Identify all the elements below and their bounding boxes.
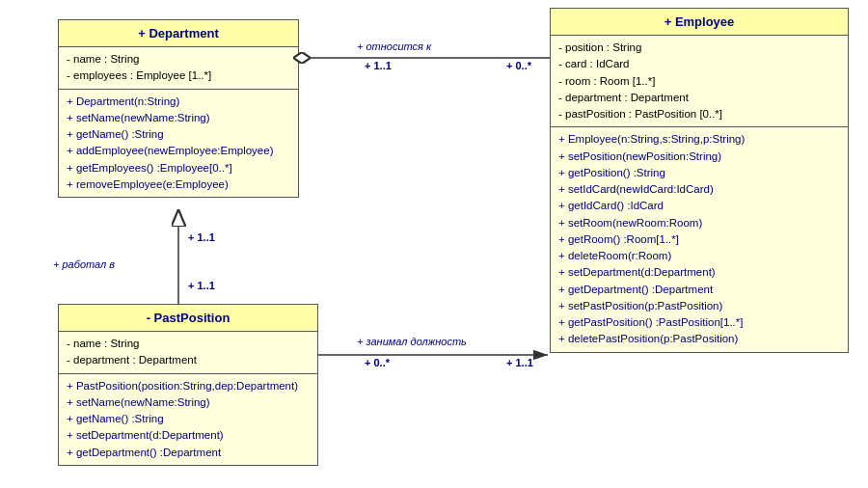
dept-past-label: + работал в [53, 258, 115, 270]
diagram-container: + Department - name : String - employees… [0, 0, 868, 488]
emp-method-10: + getDepartment() :Department [558, 282, 840, 298]
dept-method-2: + setName(newName:String) [67, 110, 290, 126]
emp-method-11: + setPastPosition(p:PastPosition) [558, 298, 840, 314]
past-attr-1: - name : String [67, 336, 310, 352]
emp-method-8: + deleteRoom(r:Room) [558, 248, 840, 264]
emp-attr-4: - department : Department [558, 90, 840, 106]
dept-method-6: + removeEmployee(e:Employee) [67, 176, 290, 193]
past-method-3: + getName() :String [67, 411, 310, 427]
past-emp-label: + занимал должность [357, 336, 467, 347]
dept-past-mult1: + 1..1 [188, 231, 215, 243]
dept-attr-1: - name : String [67, 51, 290, 68]
dept-method-5: + getEmployees() :Employee[0..*] [67, 160, 290, 176]
pastposition-class: - PastPosition - name : String - departm… [58, 304, 318, 466]
dept-emp-label: + относится к [357, 41, 431, 52]
dept-emp-mult1: + 1..1 [365, 60, 392, 71]
past-emp-mult2: + 1..1 [506, 357, 533, 368]
employee-methods: + Employee(n:String,s:String,p:String) +… [551, 127, 848, 351]
dept-past-mult2: + 1..1 [188, 280, 215, 291]
dept-attr-2: - employees : Employee [1..*] [67, 68, 290, 84]
emp-method-2: + setPosition(newPosition:String) [558, 149, 840, 165]
employee-title: + Employee [551, 9, 848, 36]
emp-method-7: + getRoom() :Room[1..*] [558, 231, 840, 248]
dept-method-4: + addEmployee(newEmployee:Employee) [67, 143, 290, 159]
emp-method-13: + deletePastPosition(p:PastPosition) [558, 331, 840, 347]
emp-method-9: + setDepartment(d:Department) [558, 264, 840, 281]
pastposition-methods: + PastPosition(position:String,dep:Depar… [59, 374, 317, 465]
emp-method-6: + setRoom(newRoom:Room) [558, 215, 840, 231]
department-attrs: - name : String - employees : Employee [… [59, 47, 298, 90]
emp-attr-1: - position : String [558, 40, 840, 56]
past-emp-mult1: + 0..* [365, 357, 390, 368]
employee-class: + Employee - position : String - card : … [550, 8, 849, 353]
past-method-1: + PastPosition(position:String,dep:Depar… [67, 378, 310, 394]
past-attr-2: - department : Department [67, 352, 310, 368]
emp-method-5: + getIdCard() :IdCard [558, 198, 840, 214]
pastposition-title: - PastPosition [59, 305, 317, 332]
past-method-4: + setDepartment(d:Department) [67, 427, 310, 444]
department-title: + Department [59, 20, 298, 47]
department-methods: + Department(n:String) + setName(newName… [59, 90, 298, 198]
pastposition-attrs: - name : String - department : Departmen… [59, 332, 317, 374]
past-method-2: + setName(newName:String) [67, 394, 310, 411]
emp-attr-3: - room : Room [1..*] [558, 73, 840, 90]
employee-attrs: - position : String - card : IdCard - ro… [551, 36, 848, 127]
dept-method-1: + Department(n:String) [67, 94, 290, 110]
emp-method-12: + getPastPosition() :PastPosition[1..*] [558, 314, 840, 331]
emp-attr-5: - pastPosition : PastPosition [0..*] [558, 106, 840, 122]
emp-method-4: + setIdCard(newIdCard:IdCard) [558, 181, 840, 198]
dept-method-3: + getName() :String [67, 126, 290, 143]
department-class: + Department - name : String - employees… [58, 19, 299, 198]
emp-method-1: + Employee(n:String,s:String,p:String) [558, 131, 840, 148]
past-method-5: + getDepartment() :Department [67, 445, 310, 461]
dept-emp-mult2: + 0..* [506, 60, 531, 71]
emp-method-3: + getPosition() :String [558, 165, 840, 181]
emp-attr-2: - card : IdCard [558, 56, 840, 72]
